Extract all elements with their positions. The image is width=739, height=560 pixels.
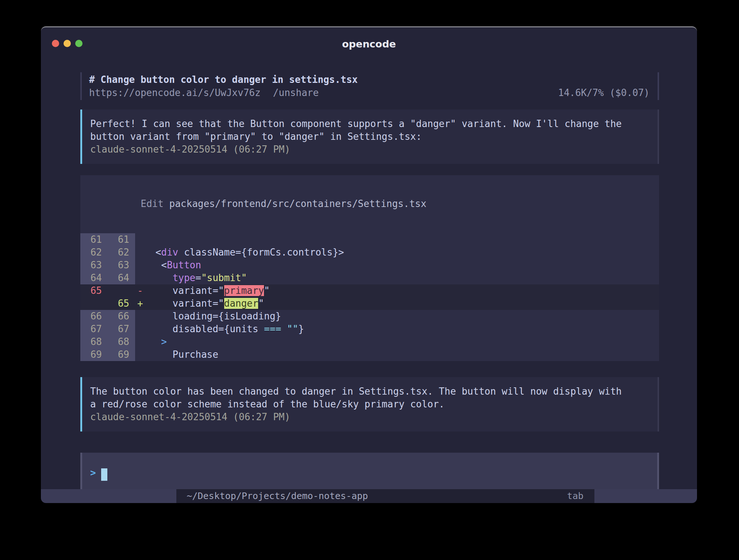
diff-row: 6969 Purchase (80, 348, 659, 361)
diff-row: 65- variant="primary" (80, 284, 659, 297)
statusbar-spacer (368, 489, 567, 503)
new-line-number: 61 (108, 233, 135, 246)
diff-code-line: <div className={formCs.controls}> (150, 246, 659, 259)
assistant-message: The button color has been changed to dan… (80, 377, 659, 431)
session-header: # Change button color to danger in setti… (80, 72, 659, 100)
old-line-number: 67 (80, 323, 108, 335)
unshare-command[interactable]: /unshare (273, 87, 319, 98)
message-line: button variant from "primary" to "danger… (90, 130, 649, 143)
diff-row: 6767 disabled={units === ""} (80, 323, 659, 335)
session-header-main: # Change button color to danger in setti… (82, 72, 658, 100)
old-line-number: 69 (80, 348, 108, 361)
diff-row: 6262 <div className={formCs.controls}> (80, 246, 659, 259)
new-line-number: 65 (108, 297, 135, 310)
diff-row: 6363 <Button (80, 259, 659, 272)
diff-marker (135, 323, 150, 335)
diff-code-line: variant="primary" (150, 284, 659, 297)
old-line-number: 64 (80, 272, 108, 284)
statusbar: opencode v0.3.11 ~/Desktop/Projects/demo… (41, 489, 697, 503)
old-line-number (80, 297, 108, 310)
text-cursor (101, 468, 107, 481)
share-url[interactable]: https://opencode.ai/s/UwJxv76z (89, 87, 261, 98)
message-line: Perfect! I can see that the Button compo… (90, 118, 649, 130)
diff-code-line: variant="danger" (150, 297, 659, 310)
diff-row: 6666 loading={isLoading} (80, 310, 659, 323)
new-line-number (108, 284, 135, 297)
new-line-number: 69 (108, 348, 135, 361)
diff-marker (135, 246, 150, 259)
edit-tool-card: Edit packages/frontend/src/containers/Se… (80, 175, 659, 361)
tab-key-hint: tab (567, 489, 592, 503)
old-line-number: 63 (80, 259, 108, 272)
new-line-number: 63 (108, 259, 135, 272)
diff-marker (135, 348, 150, 361)
edit-file-path: packages/frontend/src/containers/Setting… (169, 198, 426, 209)
diff-marker: + (135, 297, 150, 310)
diff-code-line: disabled={units === ""} (150, 323, 659, 335)
new-line-number: 67 (108, 323, 135, 335)
diff-marker (135, 272, 150, 284)
new-line-number: 66 (108, 310, 135, 323)
chat-content: # Change button color to danger in setti… (80, 27, 659, 503)
diff-marker (135, 259, 150, 272)
mode-chip[interactable]: BUILD MODE (594, 489, 697, 503)
diff-marker (135, 233, 150, 246)
app-chip: opencode v0.3.11 (41, 489, 176, 503)
message-meta: claude-sonnet-4-20250514 (06:27 PM) (90, 143, 649, 156)
old-line-number: 61 (80, 233, 108, 246)
cwd-path: ~/Desktop/Projects/demo-notes-app (176, 489, 368, 503)
traffic-lights (52, 40, 83, 47)
diff-row: 65+ variant="danger" (80, 297, 659, 310)
diff-code-line: <Button (150, 259, 659, 272)
diff-marker (135, 310, 150, 323)
minimize-button[interactable] (64, 40, 71, 47)
diff: 61616262 <div className={formCs.controls… (80, 233, 659, 361)
session-subheader: https://opencode.ai/s/UwJxv76z/unshare 1… (89, 86, 650, 99)
new-line-number: 62 (108, 246, 135, 259)
edit-action-label: Edit (141, 198, 169, 209)
old-line-number: 65 (80, 284, 108, 297)
old-line-number: 68 (80, 335, 108, 348)
new-line-number: 68 (108, 335, 135, 348)
prompt-input[interactable]: > (80, 453, 659, 493)
diff-row: 6464 type="submit" (80, 272, 659, 284)
message-meta: claude-sonnet-4-20250514 (06:27 PM) (90, 411, 649, 423)
diff-code-line (150, 233, 659, 246)
diff-code-line: > (150, 335, 659, 348)
session-title: # Change button color to danger in setti… (89, 73, 650, 86)
edit-tool-header: Edit packages/frontend/src/containers/Se… (80, 185, 659, 223)
old-line-number: 66 (80, 310, 108, 323)
diff-row: 6161 (80, 233, 659, 246)
diff-row: 6868 > (80, 335, 659, 348)
prompt-symbol: > (90, 467, 96, 478)
diff-code-line: type="submit" (150, 272, 659, 284)
new-line-number: 64 (108, 272, 135, 284)
header-right-bar (658, 72, 659, 100)
assistant-message: Perfect! I can see that the Button compo… (80, 110, 659, 164)
app-window: opencode # Change button color to danger… (41, 26, 697, 503)
old-line-number: 62 (80, 246, 108, 259)
diff-code-line: Purchase (150, 348, 659, 361)
diff-marker (135, 335, 150, 348)
diff-code-line: loading={isLoading} (150, 310, 659, 323)
token-usage: 14.6K/7% ($0.07) (558, 86, 650, 99)
message-line: The button color has been changed to dan… (90, 385, 649, 398)
diff-marker: - (135, 284, 150, 297)
message-line: a red/rose color scheme instead of the b… (90, 398, 649, 411)
close-button[interactable] (52, 40, 59, 47)
